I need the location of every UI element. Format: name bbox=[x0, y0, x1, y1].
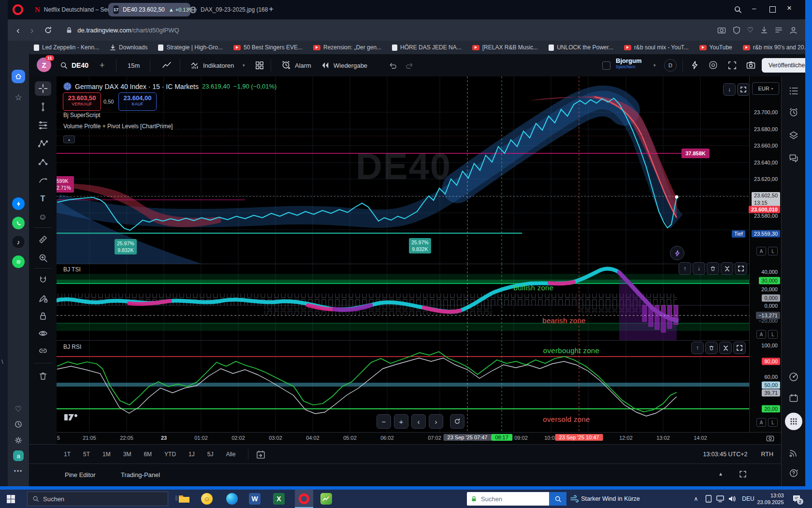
window-maximize-button[interactable] bbox=[769, 6, 776, 13]
tray-chevron-icon[interactable]: ∧ bbox=[694, 495, 698, 502]
bookmark-item[interactable]: r&b mix 90's and 20... bbox=[743, 44, 805, 51]
reset-chart-button[interactable] bbox=[450, 414, 464, 429]
taskbar-web-search-field[interactable]: Suchen bbox=[467, 492, 566, 506]
opera-logo-icon[interactable] bbox=[13, 4, 23, 15]
layout-chevron-icon[interactable]: ▾ bbox=[653, 63, 656, 68]
save-label[interactable]: Speichern bbox=[616, 64, 641, 69]
profile-icon[interactable] bbox=[789, 26, 798, 34]
tradingview-logo[interactable] bbox=[64, 412, 79, 420]
data-feed-signal-icon[interactable] bbox=[788, 448, 799, 458]
bookmark-item[interactable]: [RELAX R&B Music... bbox=[472, 44, 538, 51]
tray-language[interactable]: DEU bbox=[742, 495, 754, 502]
emoji-tool[interactable]: ☺ bbox=[39, 212, 47, 222]
rsi-collapse-button[interactable] bbox=[719, 342, 732, 354]
rsi-delete-button[interactable] bbox=[705, 342, 718, 354]
indicators-icon[interactable] bbox=[190, 61, 200, 70]
bookmarks-star-icon[interactable]: ☆ bbox=[14, 92, 22, 103]
object-tree-layers-icon[interactable] bbox=[789, 131, 799, 141]
trend-line-tool[interactable] bbox=[38, 102, 48, 112]
rsi-pane-title[interactable]: BJ RSI bbox=[63, 344, 81, 350]
web-search-button[interactable] bbox=[549, 492, 566, 506]
reload-button[interactable] bbox=[44, 26, 52, 34]
window-minimize-button[interactable]: – bbox=[752, 4, 756, 12]
tsi-collapse-button[interactable] bbox=[721, 262, 733, 275]
price-scale[interactable]: EUR▾ 23.700,00 23.680,00 23.660,00 23.64… bbox=[749, 76, 782, 432]
layout-letter-button[interactable]: D bbox=[664, 59, 677, 72]
weather-wind-icon[interactable] bbox=[570, 495, 580, 503]
bookmark-item[interactable]: r&b soul mix - YouT... bbox=[624, 44, 689, 51]
word-icon[interactable]: W bbox=[249, 493, 261, 505]
go-to-date-icon[interactable] bbox=[256, 450, 265, 459]
hide-all-eye-tool[interactable] bbox=[38, 329, 48, 338]
download-icon[interactable] bbox=[760, 26, 768, 34]
help-icon[interactable] bbox=[788, 468, 799, 479]
replay-icon[interactable] bbox=[321, 61, 330, 69]
url-field[interactable]: de.tradingview.com/chart/d50glPWQ bbox=[77, 27, 179, 34]
scroll-right-button[interactable]: › bbox=[429, 414, 443, 429]
undo-icon[interactable] bbox=[389, 61, 397, 69]
likes-heart-icon[interactable]: ♡ bbox=[15, 404, 22, 414]
chart-settings-gear-icon[interactable] bbox=[709, 60, 718, 70]
magnet-tool[interactable] bbox=[38, 275, 48, 285]
scroll-left-button[interactable]: ‹ bbox=[411, 414, 426, 429]
quick-action-bolt-icon[interactable] bbox=[690, 60, 699, 70]
rsi-move-up-button[interactable]: ↑ bbox=[691, 342, 704, 354]
bookmark-item[interactable]: YouTube bbox=[699, 44, 732, 51]
maximize-pane-button[interactable] bbox=[737, 83, 749, 96]
start-button[interactable] bbox=[7, 495, 15, 503]
notification-center-icon[interactable]: 2 bbox=[792, 495, 801, 503]
tray-volume-icon[interactable] bbox=[728, 495, 736, 502]
range-1T[interactable]: 1T bbox=[64, 451, 71, 458]
tsi-pane-title[interactable]: BJ TSI bbox=[63, 266, 81, 273]
publish-button[interactable]: Veröffentlichen bbox=[762, 58, 805, 73]
screenshot-camera-icon[interactable] bbox=[746, 61, 755, 69]
home-button[interactable] bbox=[12, 70, 25, 83]
quick-trade-bolt-button[interactable] bbox=[670, 246, 684, 260]
tsi-delete-button[interactable] bbox=[707, 262, 719, 275]
apps-grid-button[interactable] bbox=[785, 413, 802, 430]
pane-separator[interactable] bbox=[57, 264, 749, 264]
legend-collapse-button[interactable]: ▴ bbox=[63, 135, 75, 143]
alarm-button[interactable]: Alarm bbox=[295, 62, 311, 69]
symbol-title[interactable]: Germany DAX 40 Index · 15 · IC Markets bbox=[75, 83, 199, 90]
tab-pine-editor[interactable]: Pine Editor bbox=[65, 471, 96, 478]
timeaxis-camera-icon[interactable] bbox=[766, 434, 774, 442]
time-axis[interactable]: 5 21:05 22:05 23 01:02 02:02 03:02 04:02… bbox=[57, 432, 781, 445]
chat-icon[interactable] bbox=[789, 153, 799, 164]
redo-icon[interactable] bbox=[405, 61, 414, 69]
clock-utc[interactable]: 13:03:45 UTC+2 bbox=[703, 451, 747, 458]
tab-netflix[interactable]: N Netflix Deutschland – Seri bbox=[30, 3, 116, 16]
back-button[interactable]: ‹ bbox=[16, 25, 20, 36]
chart-app-icon[interactable] bbox=[320, 493, 332, 505]
projection-tool[interactable] bbox=[38, 157, 48, 167]
zoom-out-button[interactable]: − bbox=[377, 414, 391, 429]
history-icon[interactable] bbox=[14, 420, 23, 429]
spotify-icon[interactable] bbox=[12, 255, 25, 268]
window-close-button[interactable]: × bbox=[787, 3, 792, 13]
text-tool[interactable]: T bbox=[41, 194, 45, 203]
rsi-maximize-button[interactable] bbox=[733, 342, 746, 354]
ruler-tool[interactable] bbox=[38, 235, 48, 244]
calendar-icon[interactable] bbox=[789, 393, 799, 403]
weather-text[interactable]: Starker Wind in Kürze bbox=[581, 495, 640, 502]
tab-tradingview-active[interactable]: 17 DE40 23.602,50 ▲ +0.13% bbox=[108, 3, 190, 16]
bookmark-item[interactable]: HÖRE DAS JEDE NA... bbox=[392, 44, 462, 51]
currency-selector[interactable]: EUR▾ bbox=[752, 82, 779, 95]
edge-icon[interactable] bbox=[226, 493, 238, 505]
bookmark-item[interactable]: Downloads bbox=[110, 44, 147, 51]
bookmark-item[interactable]: UNLOCK the Power... bbox=[549, 44, 613, 51]
sidebar-more-icon[interactable]: ••• bbox=[14, 468, 23, 475]
excel-icon[interactable]: X bbox=[273, 493, 285, 505]
lock-all-tool[interactable] bbox=[38, 311, 48, 321]
bookmark-item[interactable]: Led Zeppelin - Kenn... bbox=[34, 44, 99, 51]
tray-clock[interactable]: 13:03 23.09.2025 bbox=[757, 492, 783, 506]
sell-button[interactable]: 23.603,50 VERKAUF bbox=[63, 92, 101, 111]
scale-mode-buttons[interactable]: AL bbox=[756, 330, 778, 339]
bookmark-item[interactable]: Strategie | High-Gro... bbox=[158, 44, 223, 51]
shield-icon[interactable] bbox=[733, 26, 740, 34]
range-3M[interactable]: 3M bbox=[123, 451, 131, 458]
range-5T[interactable]: 5T bbox=[83, 451, 90, 458]
indicators-chevron-icon[interactable]: ▾ bbox=[243, 63, 245, 68]
emoji-app-icon[interactable]: ☺ bbox=[201, 493, 213, 505]
hotlist-target-icon[interactable] bbox=[788, 372, 799, 382]
